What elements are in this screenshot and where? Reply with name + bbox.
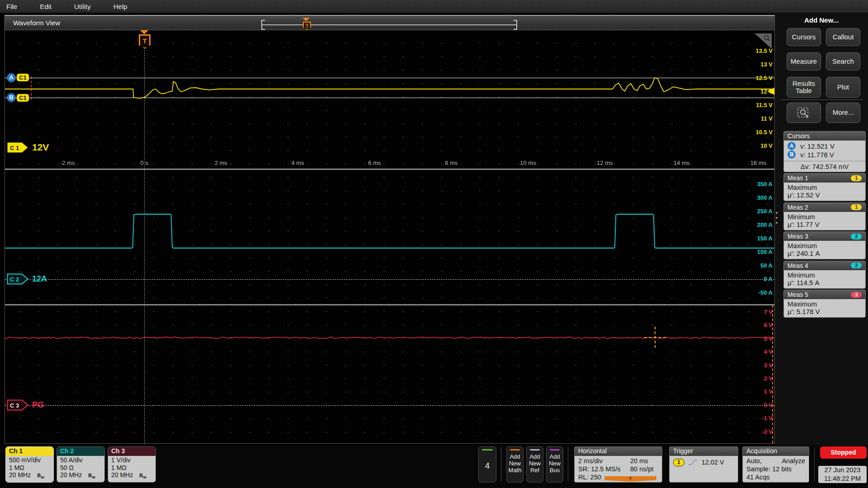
- channel-4-button[interactable]: 4: [478, 446, 496, 483]
- measurement-panel-3[interactable]: Meas 32Maximumμ': 240.1 A: [783, 231, 866, 259]
- cursor-a-badge-icon: A: [7, 73, 16, 82]
- channel-name: Ch 2: [57, 447, 104, 456]
- menu-help[interactable]: Help: [107, 3, 134, 10]
- measurement-source-badge: 1: [851, 175, 862, 181]
- measurement-panel-4[interactable]: Meas 42Minimumμ': 114.5 A: [783, 261, 866, 289]
- add-button-label: AddNewMath: [507, 453, 523, 474]
- scale-tick-c3: 1 V: [744, 388, 773, 395]
- add-new-search-button[interactable]: Search: [826, 52, 860, 70]
- measurement-name: Meas 2: [788, 204, 808, 211]
- acquisition-mode: Auto,: [746, 457, 762, 465]
- menu-bar: FileEditUtilityHelp: [0, 0, 868, 13]
- channel-flag-c3[interactable]: C 3: [7, 399, 29, 411]
- color-bar: [510, 449, 520, 450]
- channel-bandwidth: 20 MHzBW: [9, 471, 50, 482]
- rising-edge-icon: [688, 459, 698, 466]
- time-axis-tick: 14 ms: [666, 160, 698, 166]
- horizontal-col2: 20 ms: [630, 457, 648, 465]
- acquisition-panel-title: Acquisition: [743, 447, 809, 456]
- trigger-position-icon: T: [604, 476, 656, 482]
- channel-badge-3[interactable]: Ch 31 V/div1 MΩ20 MHzBW: [108, 446, 156, 483]
- channel-bandwidth: 20 MHzBW: [60, 471, 101, 482]
- date-value: 27 Jun 2023: [818, 466, 867, 474]
- scale-tick-c1: 11.5 V: [744, 102, 773, 108]
- menu-utility[interactable]: Utility: [68, 3, 97, 10]
- acquisition-acqs: 41 Acqs: [746, 473, 805, 481]
- trigger-panel[interactable]: Trigger 1 12.02 V: [669, 446, 738, 483]
- channel-position-label-c3[interactable]: PG: [32, 400, 44, 410]
- record-view-line: [261, 24, 517, 25]
- add-button-label: AddNewRef: [527, 453, 543, 474]
- channel-4-color-bar: [482, 449, 493, 450]
- trigger-source-badge: 1: [673, 459, 684, 466]
- waveform-traces: [5, 30, 774, 443]
- cursor-b-badge: B: [788, 150, 796, 159]
- cursors-readout-panel[interactable]: Cursors Av: 12.521 VBv: 11.778 V Δv: 742…: [783, 131, 866, 172]
- scale-tick-c1: 10 V: [744, 142, 773, 149]
- trace-ch1: [5, 78, 774, 99]
- channel-scale: 50 A/div: [60, 456, 101, 464]
- add-new-ref-button[interactable]: AddNewRef: [526, 446, 543, 483]
- menu-edit[interactable]: Edit: [33, 3, 58, 10]
- add-new-measure-button[interactable]: Measure: [787, 52, 821, 70]
- scale-tick-c2: 300 A: [744, 194, 773, 201]
- cursor-a-value: v: 12.521 V: [800, 142, 835, 150]
- horizontal-panel[interactable]: Horizontal 2 ms/div20 msSR: 12.5 MS/s80 …: [574, 446, 662, 483]
- record-view-timeline[interactable]: T: [261, 20, 517, 30]
- scale-tick-c2: 0 A: [744, 276, 773, 282]
- color-bar: [530, 449, 540, 450]
- measurement-type: Minimum: [788, 213, 862, 221]
- time-axis-tick: 16 ms: [742, 160, 774, 166]
- record-view-left-bracket[interactable]: [261, 20, 265, 30]
- measurement-value: μ': 12.52 V: [788, 191, 862, 199]
- add-new-callout-button[interactable]: Callout: [826, 28, 860, 46]
- add-new-results-table-button[interactable]: Results Table: [787, 77, 821, 98]
- panel-drag-handle[interactable]: [776, 209, 778, 227]
- cursor-delta-value: Δv: 742.574 mV: [784, 161, 865, 172]
- zoom-region-button[interactable]: [787, 103, 821, 123]
- cursor-b-handle[interactable]: BC1: [7, 93, 29, 102]
- horizontal-col2: T18%: [604, 473, 658, 483]
- horizontal-row-2: SR: 12.5 MS/s80 ns/pt: [578, 465, 658, 473]
- trigger-level-arrow-icon[interactable]: [767, 88, 774, 95]
- measurement-value: μ': 5.178 V: [788, 308, 862, 315]
- measurement-type: Maximum: [788, 300, 862, 308]
- add-new-bus-button[interactable]: AddNewBus: [546, 446, 563, 483]
- measurement-panel-2[interactable]: Meas 21Minimumμ': 11.77 V: [783, 202, 866, 230]
- more-button[interactable]: More...: [826, 103, 860, 123]
- measurement-name: Meas 5: [788, 291, 808, 298]
- add-new-math-button[interactable]: AddNewMath: [506, 446, 524, 483]
- scale-tick-c3: 3 V: [744, 362, 773, 369]
- time-axis-tick: 6 ms: [359, 160, 390, 166]
- menu-file[interactable]: File: [0, 3, 24, 10]
- channel-position-label-c2[interactable]: 12A: [32, 274, 47, 284]
- results-sidebar: Add New... CursorsCalloutMeasureSearchRe…: [775, 13, 868, 445]
- record-view-right-bracket[interactable]: [514, 20, 517, 30]
- channel-bandwidth: 20 MHzBW: [111, 471, 152, 482]
- channel-name: Ch 3: [108, 447, 156, 456]
- add-new-cursors-button[interactable]: Cursors: [787, 28, 821, 46]
- channel-badge-2[interactable]: Ch 250 A/div50 Ω20 MHzBW: [57, 446, 105, 483]
- settings-bar: Ch 1500 mV/div1 MΩ20 MHzBWCh 250 A/div50…: [0, 445, 868, 488]
- channel-flag-c1[interactable]: C 1: [7, 142, 29, 154]
- waveform-view-titlebar: Waveform View T: [5, 15, 775, 30]
- measurement-panel-5[interactable]: Meas 53Maximumμ': 5.178 V: [783, 290, 866, 318]
- scale-tick-c2: 150 A: [744, 235, 773, 242]
- add-new-plot-button[interactable]: Plot: [826, 77, 860, 98]
- add-button-label: AddNewBus: [547, 453, 563, 474]
- record-view-trigger-icon[interactable]: T: [303, 22, 311, 30]
- time-axis-tick: 8 ms: [435, 160, 467, 166]
- channel-badge-1[interactable]: Ch 1500 mV/div1 MΩ20 MHzBW: [5, 446, 54, 483]
- svg-text:C 1: C 1: [10, 145, 19, 151]
- run-stop-status-button[interactable]: Stopped: [820, 446, 867, 459]
- channel-position-label-c1[interactable]: 12V: [32, 142, 49, 153]
- channel-scale: 500 mV/div: [9, 456, 50, 464]
- channel-flag-c2[interactable]: C 2: [7, 273, 29, 285]
- scale-tick-c1: 12.5 V: [744, 75, 773, 81]
- measurement-panel-1[interactable]: Meas 11Maximumμ': 12.52 V: [783, 173, 866, 201]
- cursor-a-handle[interactable]: AC1: [7, 73, 29, 82]
- acquisition-panel[interactable]: Acquisition Auto, Analyze Sample: 12 bit…: [742, 446, 809, 483]
- time-axis-tick: 0 s: [128, 160, 160, 166]
- scale-tick-c3: -1 V: [744, 415, 773, 422]
- scale-tick-c3: 2 V: [744, 375, 773, 382]
